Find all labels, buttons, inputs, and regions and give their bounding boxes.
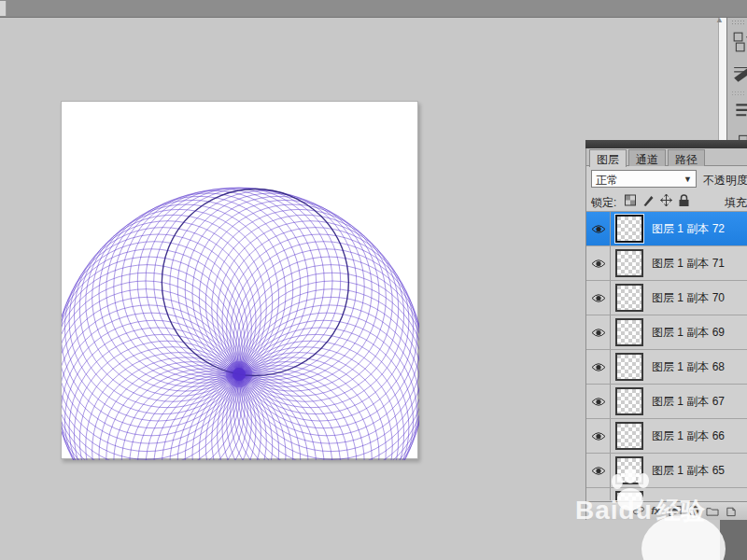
spirograph-artwork: [62, 102, 419, 460]
visibility-toggle[interactable]: [586, 315, 611, 349]
layer-name[interactable]: 图层 1 副本 66: [652, 428, 725, 444]
app-background-fragment: [720, 520, 747, 560]
layer-style-icon[interactable]: fx.: [651, 505, 663, 517]
new-group-icon[interactable]: [706, 505, 719, 517]
lock-position-icon[interactable]: [659, 193, 673, 207]
visibility-toggle[interactable]: [586, 246, 611, 280]
tab-channels[interactable]: 通道: [628, 149, 666, 166]
layer-mask-icon[interactable]: [669, 505, 682, 517]
lock-row: 锁定: 填充: [586, 191, 747, 212]
watermark-blob: [641, 514, 726, 560]
tab-paths[interactable]: 路径: [668, 149, 705, 166]
tool-presets-panel-icon[interactable]: [731, 101, 747, 123]
layers-panel: 图层通道路径 正常 ▼ 不透明度 锁定: 填充 图层 1 副本 72图层 1 副…: [585, 148, 747, 520]
brushes-panel-icon[interactable]: [731, 62, 747, 84]
lock-label: 锁定:: [591, 195, 616, 211]
visibility-toggle[interactable]: [586, 419, 611, 453]
document-canvas[interactable]: [61, 101, 418, 459]
layer-name[interactable]: 图层 1 副本 69: [652, 325, 725, 341]
lock-image-pixels-icon[interactable]: [641, 193, 655, 207]
eye-icon: [591, 362, 606, 372]
collapsed-panel-dock[interactable]: [726, 18, 747, 140]
eye-icon: [591, 431, 606, 441]
layer-thumbnail[interactable]: [615, 249, 643, 277]
new-layer-icon[interactable]: [725, 505, 738, 517]
window-corner-fragment: [0, 1, 7, 16]
visibility-toggle[interactable]: [586, 488, 611, 500]
fill-label: 填充: [725, 195, 747, 211]
layer-name[interactable]: 图层 1 副本 70: [652, 290, 725, 306]
panel-title-bar[interactable]: [585, 140, 747, 148]
blend-mode-row: 正常 ▼ 不透明度: [586, 168, 747, 190]
document-scrollbar-strip[interactable]: [718, 18, 726, 140]
lock-all-icon[interactable]: [677, 193, 691, 207]
layer-row[interactable]: 图层 1 副本 66: [586, 419, 747, 454]
visibility-toggle[interactable]: [586, 454, 611, 487]
layer-thumbnail[interactable]: [615, 491, 643, 500]
blend-mode-select[interactable]: 正常 ▼: [591, 170, 697, 188]
layer-name[interactable]: 图层 1 副本 65: [652, 463, 725, 479]
history-panel-icon[interactable]: [731, 31, 747, 53]
layer-row[interactable]: 图层 1 副本 67: [586, 385, 747, 419]
eye-icon: [591, 293, 606, 303]
application-top-bar: [0, 0, 747, 18]
visibility-toggle[interactable]: [586, 350, 611, 384]
visibility-toggle[interactable]: [586, 385, 611, 418]
layer-name[interactable]: 图层 1 副本 71: [652, 256, 725, 272]
eye-icon: [591, 397, 606, 407]
layer-thumbnail[interactable]: [615, 215, 643, 243]
layer-name[interactable]: 图层 1 副本 72: [652, 221, 725, 237]
tab-layers[interactable]: 图层: [589, 149, 627, 167]
blend-mode-value: 正常: [596, 174, 618, 187]
layer-name[interactable]: 图层 1 副本 68: [652, 359, 725, 375]
layer-row[interactable]: 图层 1 副本 70: [586, 281, 747, 315]
opacity-label: 不透明度: [703, 173, 747, 189]
eye-icon: [591, 328, 606, 338]
clone-source-panel-icon[interactable]: [731, 132, 747, 140]
eye-icon: [591, 224, 606, 234]
photoshop-workspace: { "topbar": { "color": "#8d8d8d" }, "can…: [0, 0, 747, 560]
layer-row[interactable]: 图层 1 副本 72: [586, 212, 747, 246]
scrollbar-up-arrow-icon[interactable]: ▲: [715, 15, 724, 24]
layers-panel-bottom-bar: fx.: [586, 501, 747, 520]
layer-row[interactable]: 图层 1 副本 71: [586, 246, 747, 281]
layer-row[interactable]: 图层 1 副本 68: [586, 350, 747, 385]
layer-thumbnail[interactable]: [615, 387, 643, 415]
dock-divider: [731, 91, 745, 95]
link-layers-icon[interactable]: [632, 505, 645, 517]
layer-thumbnail[interactable]: [615, 422, 643, 450]
panel-tabs: 图层通道路径: [586, 148, 747, 166]
layer-row[interactable]: 图层 1 副本 69: [586, 315, 747, 350]
layer-thumbnail[interactable]: [615, 353, 643, 381]
layer-thumbnail[interactable]: [615, 284, 643, 312]
chevron-down-icon: ▼: [684, 175, 692, 184]
lock-transparent-pixels-icon[interactable]: [624, 193, 638, 207]
eye-icon: [591, 466, 606, 476]
visibility-toggle[interactable]: [586, 212, 611, 245]
layer-name[interactable]: 图层 1 副本 67: [652, 394, 725, 410]
layer-list: 图层 1 副本 72图层 1 副本 71图层 1 副本 70图层 1 副本 69…: [586, 212, 747, 500]
layer-row[interactable]: [586, 488, 747, 500]
layer-thumbnail[interactable]: [615, 318, 643, 346]
adjustment-layer-icon[interactable]: [687, 505, 700, 517]
layer-thumbnail[interactable]: [615, 456, 643, 484]
visibility-toggle[interactable]: [586, 281, 611, 315]
layer-row[interactable]: 图层 1 副本 65: [586, 454, 747, 488]
eye-icon: [591, 259, 606, 269]
